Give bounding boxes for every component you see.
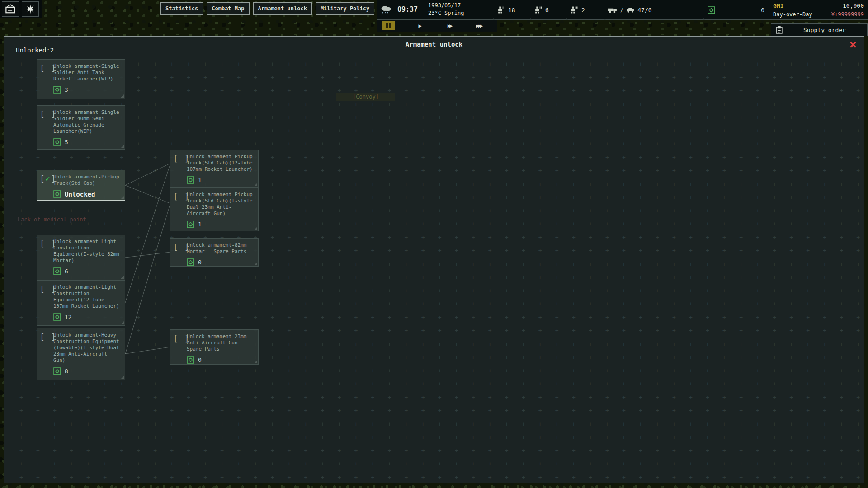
tech-node-label: Unlock armament-Pickup Truck(Std Cab)(I-…	[187, 192, 255, 217]
armament-count: 0	[198, 259, 202, 266]
close-button[interactable]	[849, 40, 858, 49]
tech-node[interactable]: [] Unlock armament-Single Soldier 40mm S…	[37, 105, 125, 150]
checkbox-close-bracket: ]	[51, 63, 56, 73]
play-button[interactable]: ▶	[413, 21, 427, 30]
tech-node[interactable]: [✓] Unlock armament-Pickup Truck(Std Cab…	[37, 170, 125, 201]
tech-node-label: Unlock armament-23mm Anti-Aircraft Gun -…	[187, 333, 255, 352]
node-corner-notch	[121, 145, 124, 148]
tech-node[interactable]: [] Unlock armament-Pickup Truck(Std Cab)…	[170, 150, 259, 188]
node-corner-notch	[121, 276, 124, 279]
resource-infantry-tier1: 18	[493, 0, 530, 20]
armament-count-row: Unlocked	[53, 190, 125, 198]
resource-infantry-tier2: 6	[530, 0, 566, 20]
tech-node[interactable]: [] Unlock armament-82mm Mortar - Spare P…	[170, 238, 259, 267]
unlock-checkbox[interactable]: []	[40, 109, 56, 119]
tech-node-label: Unlock armament-82mm Mortar - Spare Part…	[187, 242, 255, 255]
supply-order-button[interactable]: Supply order	[771, 23, 868, 36]
unlock-checkbox[interactable]: []	[40, 284, 56, 294]
console-icon	[5, 4, 16, 14]
checkbox-close-bracket: ]	[51, 332, 56, 342]
tech-node[interactable]: [] Unlock armament-Single Soldier Anti-T…	[37, 59, 125, 99]
armament-count-row: 0	[187, 258, 258, 266]
soldier-tier1-icon	[497, 6, 505, 14]
pause-icon	[386, 23, 391, 28]
vehicle-count: 47/0	[637, 7, 651, 14]
unlock-checkbox[interactable]: []	[173, 154, 189, 163]
tech-node[interactable]: [] Unlock armament-Light Construction Eq…	[37, 235, 125, 280]
tech-node[interactable]: [] Unlock armament-Pickup Truck(Std Cab)…	[170, 188, 259, 231]
armament-count: 8	[65, 368, 68, 375]
checkbox-close-bracket: ]	[51, 239, 56, 248]
checkbox-close-bracket: ]	[184, 333, 189, 343]
checkbox-open-bracket: [	[40, 63, 45, 73]
armament-count: Unlocked	[65, 191, 95, 198]
day-over-day-value: ¥+99999999	[831, 11, 864, 18]
unlock-checkbox[interactable]: []	[40, 63, 56, 73]
vehicle-separator: /	[620, 7, 623, 13]
fastest-forward-button[interactable]: ▶▶▶	[472, 21, 486, 30]
jeep-icon	[627, 7, 634, 13]
armament-count-row: 1	[187, 176, 258, 184]
checkbox-open-bracket: [	[40, 109, 45, 119]
armament-icon	[53, 190, 61, 198]
resource-infantry-tier3: 2	[566, 0, 604, 20]
unlock-checkbox[interactable]: []	[40, 239, 56, 248]
infantry-tier3-count: 2	[581, 7, 585, 14]
explosion-icon	[25, 4, 36, 14]
menu-button-armament-unlock[interactable]: Armament unlock	[253, 2, 312, 15]
armament-count: 12	[65, 314, 72, 320]
armament-icon	[187, 356, 194, 364]
armament-count-row: 6	[53, 267, 125, 275]
node-corner-notch	[254, 360, 257, 363]
unlock-checkbox[interactable]: []	[173, 242, 189, 252]
check-icon: ✓	[45, 175, 51, 183]
clock-time: 09:37	[397, 5, 418, 14]
status-bar: 09:37 1993/05/17 23°C Spring 18 6	[377, 0, 868, 20]
soldier-tier3-icon	[571, 6, 578, 14]
economy-block: GMI 10,000 Day-over-Day ¥+99999999	[769, 0, 868, 20]
checkbox-open-bracket: [	[40, 284, 45, 294]
tech-node[interactable]: [] Unlock armament-Light Construction Eq…	[37, 280, 125, 326]
armament-icon	[53, 267, 61, 275]
currency-label: GMI	[773, 2, 783, 9]
menu-button-military-policy[interactable]: Military Policy	[316, 2, 374, 15]
armament-count: 1	[198, 221, 202, 228]
armament-count: 6	[65, 268, 68, 275]
pause-button[interactable]	[382, 21, 395, 30]
checkbox-open-bracket: [	[173, 242, 178, 252]
armament-icon	[187, 258, 194, 266]
unlock-checkbox[interactable]: []	[173, 192, 189, 201]
unlock-checkbox[interactable]: []	[40, 332, 56, 342]
game-screen: Statistics Combat Map Armament unlock Mi…	[0, 0, 868, 488]
checkbox-open-bracket: [	[40, 239, 45, 248]
combat-events-button[interactable]	[22, 1, 39, 17]
console-button[interactable]	[2, 1, 19, 17]
checkbox-open-bracket: [	[40, 174, 45, 183]
checkbox-close-bracket: ]	[51, 109, 56, 119]
panel-title: Armament unlock	[4, 41, 864, 48]
node-corner-notch	[121, 376, 124, 379]
infantry-tier1-count: 18	[508, 7, 515, 14]
unlock-checkbox[interactable]: []	[173, 333, 189, 343]
checkbox-open-bracket: [	[173, 192, 178, 201]
clock-date-block: 1993/05/17 23°C Spring	[428, 2, 464, 17]
top-menu: Statistics Combat Map Armament unlock Mi…	[160, 2, 374, 15]
clock-temp-season: 23°C Spring	[428, 9, 464, 17]
checkbox-close-bracket: ]	[51, 284, 56, 294]
menu-button-combat-map[interactable]: Combat Map	[207, 2, 249, 15]
node-corner-notch	[254, 262, 257, 265]
checkbox-open-bracket: [	[173, 333, 178, 343]
unlock-checkbox[interactable]: [✓]	[40, 174, 56, 183]
checkbox-open-bracket: [	[40, 332, 45, 342]
tech-node[interactable]: [] Unlock armament-23mm Anti-Aircraft Gu…	[170, 329, 259, 365]
menu-button-statistics[interactable]: Statistics	[160, 2, 203, 15]
armament-icon	[187, 221, 194, 228]
checkbox-close-bracket: ]	[51, 174, 56, 183]
fast-forward-button[interactable]: ▶▶	[443, 21, 456, 30]
checkbox-close-bracket: ]	[184, 192, 189, 201]
tech-node[interactable]: [] Unlock armament-Heavy Construction Eq…	[37, 328, 125, 380]
close-icon	[849, 41, 857, 48]
armament-icon	[53, 138, 61, 146]
clock-date: 1993/05/17	[428, 2, 464, 9]
node-corner-notch	[121, 94, 124, 98]
